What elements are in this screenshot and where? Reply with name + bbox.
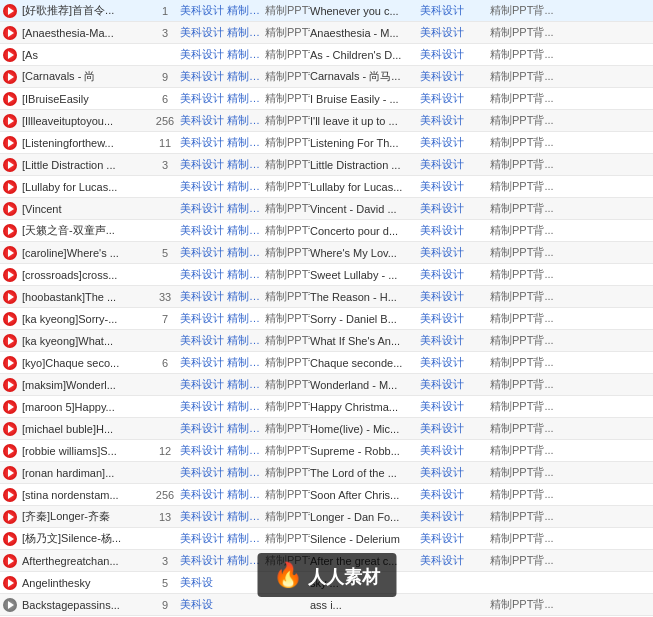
- play-icon: [8, 73, 14, 81]
- list-item[interactable]: [Anaesthesia-Ma... 3 美科设计 精制PPT背景音... 精制…: [0, 22, 653, 44]
- list-item[interactable]: [kyo]Chaque seco... 6 美科设计 精制PPT背景音... 精…: [0, 352, 653, 374]
- tag-right-dots: 精制PPT背...: [490, 113, 653, 128]
- tag-left-dots: 精制PPT背...: [265, 289, 310, 304]
- play-count: 7: [150, 313, 180, 325]
- song-filename: [Carnavals - 尚: [20, 69, 150, 84]
- play-button[interactable]: [3, 48, 17, 62]
- list-item[interactable]: [Lullaby for Lucas... 美科设计 精制PPT背景音... 精…: [0, 176, 653, 198]
- list-item[interactable]: [stina nordenstam... 256 美科设计 精制PPT背景音..…: [0, 484, 653, 506]
- tag-right-dots: 精制PPT背...: [490, 267, 653, 282]
- play-count: 3: [150, 159, 180, 171]
- list-item[interactable]: [Listeningforthew... 11 美科设计 精制PPT背景音...…: [0, 132, 653, 154]
- play-col: [0, 92, 20, 106]
- play-col: [0, 444, 20, 458]
- song-name: Sweet Lullaby - ...: [310, 269, 420, 281]
- tag-right-dots: 精制PPT背...: [490, 487, 653, 502]
- list-item[interactable]: [crossroads]cross... 美科设计 精制PPT背景音... 精制…: [0, 264, 653, 286]
- play-button[interactable]: [3, 180, 17, 194]
- play-button[interactable]: [3, 444, 17, 458]
- play-icon: [8, 381, 14, 389]
- list-item[interactable]: [Vincent 美科设计 精制PPT背景音... 精制PPT背... Vinc…: [0, 198, 653, 220]
- play-count: 11: [150, 137, 180, 149]
- play-button[interactable]: [3, 158, 17, 172]
- play-col: [0, 158, 20, 172]
- tag-right-dots: 精制PPT背...: [490, 377, 653, 392]
- tag-right: 美科设计: [420, 25, 490, 40]
- list-item[interactable]: [Carnavals - 尚 9 美科设计 精制PPT背景音... 精制PPT背…: [0, 66, 653, 88]
- play-icon: [8, 271, 14, 279]
- play-button[interactable]: [3, 488, 17, 502]
- list-item[interactable]: [ka kyeong]What... 美科设计 精制PPT背景音... 精制PP…: [0, 330, 653, 352]
- play-button[interactable]: [3, 290, 17, 304]
- list-item[interactable]: [好歌推荐]首首令... 1 美科设计 精制PPT背景音... 精制PPT背..…: [0, 0, 653, 22]
- play-button[interactable]: [3, 26, 17, 40]
- play-count: 9: [150, 599, 180, 611]
- list-item[interactable]: [hoobastank]The ... 33 美科设计 精制PPT背景音... …: [0, 286, 653, 308]
- list-item[interactable]: [ronan hardiman]... 美科设计 精制PPT背景音... 精制P…: [0, 462, 653, 484]
- play-button[interactable]: [3, 268, 17, 282]
- song-name: Concerto pour d...: [310, 225, 420, 237]
- song-filename: [ronan hardiman]...: [20, 467, 150, 479]
- play-icon: [8, 535, 14, 543]
- tag-left: 美科设计 精制PPT背景音...: [180, 553, 265, 568]
- tag-left-dots: 精制PPT背...: [265, 465, 310, 480]
- tag-right: 美科设计: [420, 201, 490, 216]
- list-item[interactable]: [maksim]Wonderl... 美科设计 精制PPT背景音... 精制PP…: [0, 374, 653, 396]
- play-icon: [8, 249, 14, 257]
- tag-left-dots: 精制PPT背...: [265, 69, 310, 84]
- play-button[interactable]: [3, 422, 17, 436]
- play-button[interactable]: [3, 356, 17, 370]
- tag-right: 美科设计: [420, 47, 490, 62]
- play-button[interactable]: [3, 224, 17, 238]
- list-item[interactable]: [ka kyeong]Sorry-... 7 美科设计 精制PPT背景音... …: [0, 308, 653, 330]
- list-item[interactable]: Backstagepassins... 9 美科设 ass i... 精制PPT…: [0, 594, 653, 616]
- list-item[interactable]: [robbie williams]S... 12 美科设计 精制PPT背景音..…: [0, 440, 653, 462]
- play-button[interactable]: [3, 598, 17, 612]
- list-item[interactable]: [天籁之音-双童声... 美科设计 精制PPT背景音... 精制PPT背... …: [0, 220, 653, 242]
- tag-right-dots: 精制PPT背...: [490, 289, 653, 304]
- play-button[interactable]: [3, 92, 17, 106]
- play-button[interactable]: [3, 466, 17, 480]
- list-item[interactable]: Angelinthesky 5 美科设 sky ...: [0, 572, 653, 594]
- song-name: Whenever you c...: [310, 5, 420, 17]
- tag-left: 美科设计 精制PPT背景音...: [180, 113, 265, 128]
- play-button[interactable]: [3, 202, 17, 216]
- list-item[interactable]: [caroline]Where's ... 5 美科设计 精制PPT背景音...…: [0, 242, 653, 264]
- play-col: [0, 334, 20, 348]
- list-item[interactable]: [As 美科设计 精制PPT背景音... 精制PPT背... As - Chil…: [0, 44, 653, 66]
- play-count: 12: [150, 445, 180, 457]
- tag-right-dots: 精制PPT背...: [490, 465, 653, 480]
- list-item[interactable]: [杨乃文]Silence-杨... 美科设计 精制PPT背景音... 精制PPT…: [0, 528, 653, 550]
- tag-right: 美科设计: [420, 223, 490, 238]
- tag-left: 美科设计 精制PPT背景音...: [180, 333, 265, 348]
- list-item[interactable]: [michael buble]H... 美科设计 精制PPT背景音... 精制P…: [0, 418, 653, 440]
- play-button[interactable]: [3, 246, 17, 260]
- tag-left: 美科设计 精制PPT背景音...: [180, 377, 265, 392]
- play-button[interactable]: [3, 136, 17, 150]
- tag-left: 美科设计 精制PPT背景音...: [180, 135, 265, 150]
- tag-left: 美科设计 精制PPT背景音...: [180, 3, 265, 18]
- play-button[interactable]: [3, 312, 17, 326]
- list-item[interactable]: [maroon 5]Happy... 美科设计 精制PPT背景音... 精制PP…: [0, 396, 653, 418]
- song-name: Where's My Lov...: [310, 247, 420, 259]
- play-button[interactable]: [3, 576, 17, 590]
- list-item[interactable]: [Illleaveituptoyou... 256 美科设计 精制PPT背景音.…: [0, 110, 653, 132]
- list-item[interactable]: [IBruiseEasily 6 美科设计 精制PPT背景音... 精制PPT背…: [0, 88, 653, 110]
- tag-right-dots: 精制PPT背...: [490, 223, 653, 238]
- list-item[interactable]: [齐秦]Longer-齐秦 13 美科设计 精制PPT背景音... 精制PPT背…: [0, 506, 653, 528]
- tag-right-dots: 精制PPT背...: [490, 245, 653, 260]
- play-button[interactable]: [3, 4, 17, 18]
- list-item[interactable]: [Little Distraction ... 3 美科设计 精制PPT背景音.…: [0, 154, 653, 176]
- play-button[interactable]: [3, 334, 17, 348]
- play-button[interactable]: [3, 554, 17, 568]
- tag-right-dots: 精制PPT背...: [490, 25, 653, 40]
- tag-left: 美科设计 精制PPT背景音...: [180, 531, 265, 546]
- play-button[interactable]: [3, 114, 17, 128]
- play-button[interactable]: [3, 70, 17, 84]
- play-button[interactable]: [3, 400, 17, 414]
- play-button[interactable]: [3, 510, 17, 524]
- play-button[interactable]: [3, 378, 17, 392]
- play-count: 256: [150, 115, 180, 127]
- play-button[interactable]: [3, 532, 17, 546]
- list-item[interactable]: Afterthegreatchan... 3 美科设计 精制PPT背景音... …: [0, 550, 653, 572]
